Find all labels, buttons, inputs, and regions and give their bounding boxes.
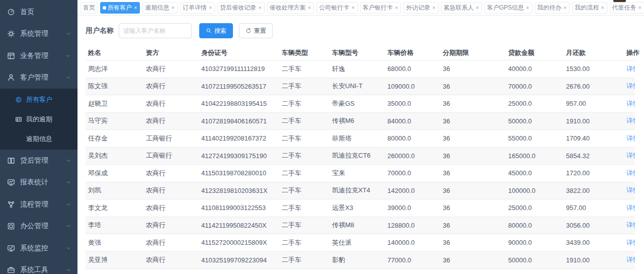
table-row: 刘凯 农商行 41232819810203631X 二手车 凯迪拉克XT4 14…	[86, 182, 635, 200]
cell-name: 李培	[86, 221, 143, 230]
detail-link[interactable]: 详情	[626, 152, 635, 159]
customer-name-input[interactable]	[119, 23, 192, 38]
detail-link[interactable]: 详情	[626, 65, 635, 73]
cell-vehicle-type: 二手车	[279, 99, 330, 108]
search-button[interactable]: 搜索	[199, 23, 233, 38]
tab[interactable]: 逾期信息 ×	[142, 2, 177, 14]
sidebar-item[interactable]: 系统监控	[0, 237, 77, 259]
tab[interactable]: 客户GPS信息 ×	[485, 2, 532, 14]
cell-name: 赵晓卫	[86, 99, 143, 108]
tab[interactable]: 客户银行卡 ×	[360, 2, 401, 14]
tab[interactable]: 所有客户 ×	[100, 2, 140, 14]
table-row: 任存金 工商银行 411402199208167372 二手车 菲斯塔 8000…	[86, 130, 635, 148]
cell-vehicle-price: 80000.0	[385, 134, 440, 142]
tab[interactable]: 贷后催收记录 ×	[217, 2, 264, 14]
submenu-item[interactable]: 我的逾期	[0, 109, 77, 129]
submenu-item[interactable]: 逾期信息	[0, 129, 77, 149]
avatar-fragment	[613, 0, 626, 2]
tab[interactable]: 催收处理方案 ×	[267, 2, 314, 14]
tab-close-icon[interactable]: ×	[133, 5, 137, 11]
tab-close-icon[interactable]: ×	[307, 5, 311, 11]
tab[interactable]: 公司银行卡 ×	[316, 2, 357, 14]
detail-link[interactable]: 详情	[626, 256, 635, 263]
detail-link[interactable]: 详情	[626, 117, 635, 124]
tab-close-icon[interactable]: ×	[600, 5, 604, 11]
cell-vehicle-price: 128800.0	[385, 222, 440, 229]
sidebar-item[interactable]: 系统工具	[0, 259, 77, 274]
submenu-item[interactable]: 所有客户	[0, 90, 77, 109]
tab-label: 贷后催收记录	[220, 4, 256, 12]
cell-monthly-payment: 1709.40	[564, 134, 624, 142]
tab-close-icon[interactable]: ×	[171, 5, 175, 11]
column-header: 车辆类型	[279, 48, 330, 57]
detail-link[interactable]: 详情	[626, 100, 635, 107]
tab[interactable]: 订单详情 ×	[180, 2, 215, 14]
card-icon	[15, 116, 22, 123]
cell-vehicle-model: 传祺M6	[330, 116, 385, 125]
tab[interactable]: 首页	[80, 2, 98, 14]
sidebar-item[interactable]: 贷后管理	[0, 150, 77, 172]
sidebar-item[interactable]: 首页	[0, 1, 77, 23]
tab[interactable]: 我的流程 ×	[572, 2, 607, 14]
tab-close-icon[interactable]: ×	[638, 5, 642, 11]
cell-name: 黄强	[86, 238, 143, 247]
table-row: 陈文强 农商行 410721199505263517 二手车 长安UNI-T 1…	[86, 78, 635, 96]
cell-vehicle-type: 二手车	[279, 64, 330, 74]
cell-id-number: 410325199709223094	[199, 256, 279, 264]
cell-funder: 农商行	[143, 221, 199, 230]
cell-id-number: 410327199111112819	[199, 65, 279, 73]
cell-name: 吴亚博	[86, 255, 143, 264]
sidebar-item[interactable]: 系统管理	[0, 23, 77, 45]
detail-link[interactable]: 详情	[626, 221, 635, 229]
reset-button[interactable]: 重置	[239, 23, 273, 38]
detail-link[interactable]: 详情	[626, 82, 635, 90]
tab-close-icon[interactable]: ×	[208, 5, 212, 11]
tab-close-icon[interactable]: ×	[475, 5, 479, 11]
sidebar-item[interactable]: 流程管理	[0, 193, 77, 216]
cell-vehicle-price: 68000.0	[385, 65, 440, 73]
cell-installments: 36	[440, 204, 506, 212]
cell-funder: 工商银行	[143, 134, 199, 143]
tab-close-icon[interactable]: ×	[394, 5, 398, 11]
sidebar-item[interactable]: 业务管理	[0, 45, 77, 67]
tab[interactable]: 代签任务 ×	[610, 2, 644, 14]
cell-action: 详情	[624, 238, 635, 247]
tab-close-icon[interactable]: ×	[258, 5, 262, 11]
detail-link[interactable]: 详情	[626, 239, 635, 246]
sidebar-item[interactable]: 办公管理	[0, 216, 77, 238]
tab[interactable]: 我的待办 ×	[535, 2, 570, 14]
detail-link[interactable]: 详情	[626, 169, 635, 177]
table-body: 周志洋 农商行 410327199111112819 二手车 轩逸 68000.…	[86, 60, 635, 274]
cell-id-number: 411402199208167372	[199, 134, 279, 142]
tab-label: 我的流程	[575, 4, 599, 12]
table-row: 邓保成 农商行 411503198708280010 二手车 宝来 70000.…	[86, 165, 635, 182]
tab-close-icon[interactable]: ×	[351, 5, 355, 11]
tab-close-icon[interactable]: ×	[525, 5, 529, 11]
sidebar-item[interactable]: 报表统计	[0, 172, 77, 194]
tab-close-icon[interactable]: ×	[563, 5, 567, 11]
refresh-icon	[246, 28, 252, 34]
cell-monthly-payment: 3822.00	[564, 187, 624, 194]
cell-vehicle-type: 二手车	[279, 221, 330, 230]
sidebar-item[interactable]: 客户管理	[0, 67, 77, 89]
cell-id-number: 410422198803195415	[199, 100, 279, 107]
cell-action: 详情	[624, 186, 635, 195]
cell-vehicle-price: 260000.0	[385, 152, 440, 160]
sidebar-item-label: 系统工具	[20, 265, 48, 274]
detail-link[interactable]: 详情	[626, 186, 635, 194]
cell-funder: 农商行	[143, 82, 199, 91]
tab-label: 外访记录	[406, 4, 430, 12]
detail-link[interactable]: 详情	[626, 134, 635, 142]
tab-close-icon[interactable]: ×	[432, 5, 436, 11]
tab[interactable]: 外访记录 ×	[404, 2, 438, 14]
column-header: 资方	[143, 48, 199, 57]
sidebar-item-label: 流程管理	[20, 200, 48, 209]
grid-icon	[7, 52, 15, 60]
tab-label: 催收处理方案	[270, 4, 306, 12]
tab[interactable]: 紧急联系人 ×	[441, 2, 482, 14]
detail-link[interactable]: 详情	[626, 204, 635, 212]
cell-funder: 农商行	[143, 255, 199, 264]
cell-installments: 36	[440, 187, 506, 194]
sidebar-item-label: 业务管理	[20, 51, 48, 60]
table-row	[86, 269, 635, 274]
